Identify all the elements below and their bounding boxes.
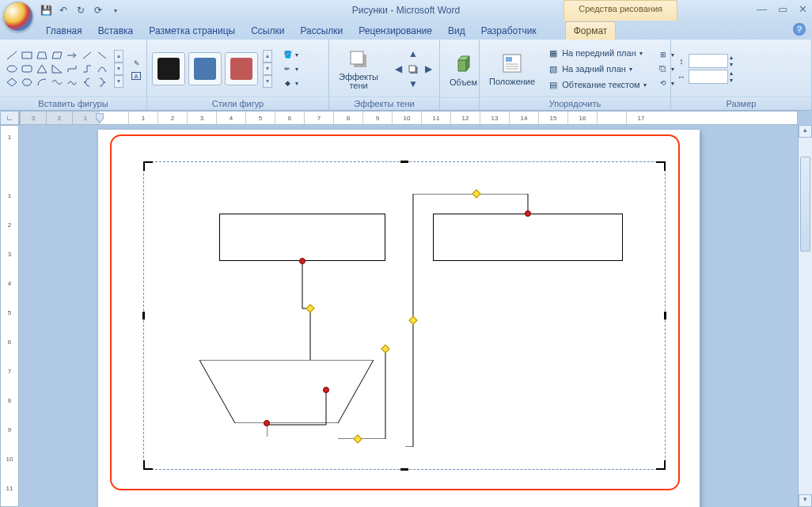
style-up-icon[interactable]: ▴ [263, 50, 272, 62]
text-wrap-button[interactable]: ▤Обтекание текстом▾ [546, 78, 648, 92]
shape-brace2-icon[interactable] [95, 76, 109, 89]
connect-node[interactable] [264, 420, 270, 426]
indent-marker-icon[interactable] [96, 113, 104, 124]
height-input[interactable] [689, 54, 728, 68]
edit-shape-button[interactable]: ✎ [130, 57, 144, 70]
qat-customize-icon[interactable]: ▾ [108, 2, 123, 18]
shape-diag-icon[interactable] [80, 49, 94, 62]
vertical-scrollbar[interactable]: ▴ ▾ [798, 125, 812, 507]
3d-effects-button[interactable]: Объем [445, 51, 482, 89]
width-spinner[interactable]: ↔▴▾ [676, 70, 733, 84]
tab-page-layout[interactable]: Разметка страницы [141, 22, 243, 40]
spin-down-icon[interactable]: ▾ [730, 77, 733, 84]
shape-free-icon[interactable] [65, 76, 79, 89]
shape-arrow-icon[interactable] [65, 49, 79, 62]
vertical-ruler[interactable]: 11234567891011 [0, 125, 19, 507]
shape-rectangle-1[interactable] [219, 214, 385, 261]
shape-para-icon[interactable] [50, 49, 64, 62]
send-back-button[interactable]: ▧На задний план▾ [546, 62, 648, 76]
close-button[interactable]: ✕ [799, 3, 807, 15]
style-swatch-2[interactable] [188, 52, 222, 85]
text-box-button[interactable]: A [130, 71, 144, 81]
ruler-corner[interactable]: ∟ [0, 111, 19, 125]
drawing-canvas[interactable] [110, 134, 680, 490]
scroll-up-icon[interactable]: ▴ [799, 125, 812, 138]
sel-handle-b[interactable] [400, 468, 408, 471]
spin-up-icon[interactable]: ▴ [730, 70, 733, 77]
sel-handle-r[interactable] [664, 312, 666, 320]
spin-down-icon[interactable]: ▾ [730, 61, 733, 68]
shape-ellipse-icon[interactable] [5, 62, 19, 75]
sel-corner-br[interactable] [656, 460, 666, 470]
connector-3[interactable] [338, 348, 393, 439]
tab-review[interactable]: Рецензирование [351, 22, 440, 40]
repeat-icon[interactable]: ⟳ [90, 2, 106, 18]
gallery-down-icon[interactable]: ▾ [114, 62, 123, 75]
save-icon[interactable]: 💾 [38, 2, 54, 18]
connect-node[interactable] [323, 387, 329, 393]
style-down-icon[interactable]: ▾ [263, 62, 272, 75]
shape-conn-icon[interactable] [65, 62, 79, 75]
office-button[interactable] [3, 2, 33, 32]
shapes-gallery[interactable] [5, 49, 109, 89]
shape-line-icon[interactable] [5, 49, 19, 62]
shape-hex-icon[interactable] [20, 76, 34, 89]
shape-diamond-icon[interactable] [5, 76, 19, 89]
shape-trap-icon[interactable] [35, 49, 49, 62]
help-button[interactable]: ? [793, 23, 806, 36]
shape-conn2-icon[interactable] [80, 62, 94, 75]
shape-outline-button[interactable]: ✏▾ [280, 62, 300, 75]
shape-tri-icon[interactable] [35, 62, 49, 75]
connector-4[interactable] [405, 194, 532, 447]
nudge-down-icon[interactable]: ▼ [406, 77, 420, 91]
tab-format[interactable]: Формат [565, 21, 617, 40]
horizontal-ruler[interactable]: 321 1234567891011121314151617 [19, 111, 798, 125]
height-spinner[interactable]: ↕▴▾ [676, 54, 733, 68]
sel-corner-bl[interactable] [143, 460, 153, 470]
shape-roundrect-icon[interactable] [20, 62, 34, 75]
sel-handle-t[interactable] [400, 161, 408, 163]
redo-icon[interactable]: ↻ [73, 2, 89, 18]
tab-mailings[interactable]: Рассылки [292, 22, 351, 40]
selection-box[interactable] [143, 161, 666, 470]
nudge-right-icon[interactable]: ▶ [421, 62, 435, 76]
gallery-up-icon[interactable]: ▴ [114, 50, 123, 62]
tab-references[interactable]: Ссылки [243, 22, 292, 40]
shape-rect-icon[interactable] [20, 49, 34, 62]
shadow-effects-button[interactable]: Эффекты тени [334, 46, 383, 92]
shape-brace-icon[interactable] [80, 76, 94, 89]
undo-icon[interactable]: ↶ [55, 2, 71, 18]
maximize-button[interactable]: ▭ [778, 3, 787, 15]
document-scroll[interactable]: ▴ ▾ [19, 125, 812, 507]
shape-diag2-icon[interactable] [95, 49, 109, 62]
shape-curve-icon[interactable] [95, 62, 109, 75]
bring-front-button[interactable]: ▦На передний план▾ [546, 46, 648, 60]
position-button[interactable]: Положение [484, 50, 540, 88]
shape-fill-button[interactable]: 🪣▾ [280, 48, 300, 61]
change-shape-button[interactable]: ◆▾ [280, 77, 300, 89]
nudge-left-icon[interactable]: ◀ [391, 62, 405, 76]
tab-home[interactable]: Главная [38, 22, 90, 40]
width-input[interactable] [689, 70, 728, 84]
tab-insert[interactable]: Вставка [90, 22, 142, 40]
connect-node[interactable] [299, 258, 305, 264]
sel-handle-l[interactable] [142, 312, 145, 320]
style-swatch-3[interactable] [225, 52, 258, 85]
style-swatch-1[interactable] [152, 52, 185, 85]
minimize-button[interactable]: — [757, 3, 767, 15]
nudge-up-icon[interactable]: ▲ [406, 47, 420, 61]
shape-wave-icon[interactable] [50, 76, 64, 89]
sel-corner-tl[interactable] [143, 161, 153, 171]
tab-developer[interactable]: Разработчик [473, 22, 544, 40]
style-more-icon[interactable]: ▾ [263, 75, 272, 88]
tab-view[interactable]: Вид [440, 22, 473, 40]
shape-arc-icon[interactable] [35, 76, 49, 89]
scroll-down-icon[interactable]: ▾ [799, 494, 812, 507]
shadow-toggle-icon[interactable] [406, 62, 420, 76]
sel-corner-tr[interactable] [656, 161, 666, 171]
gallery-more-icon[interactable]: ▾ [114, 75, 123, 88]
scroll-thumb[interactable] [800, 157, 810, 252]
shape-rtri-icon[interactable] [50, 62, 64, 75]
connect-node[interactable] [525, 210, 531, 217]
spin-up-icon[interactable]: ▴ [730, 54, 733, 61]
